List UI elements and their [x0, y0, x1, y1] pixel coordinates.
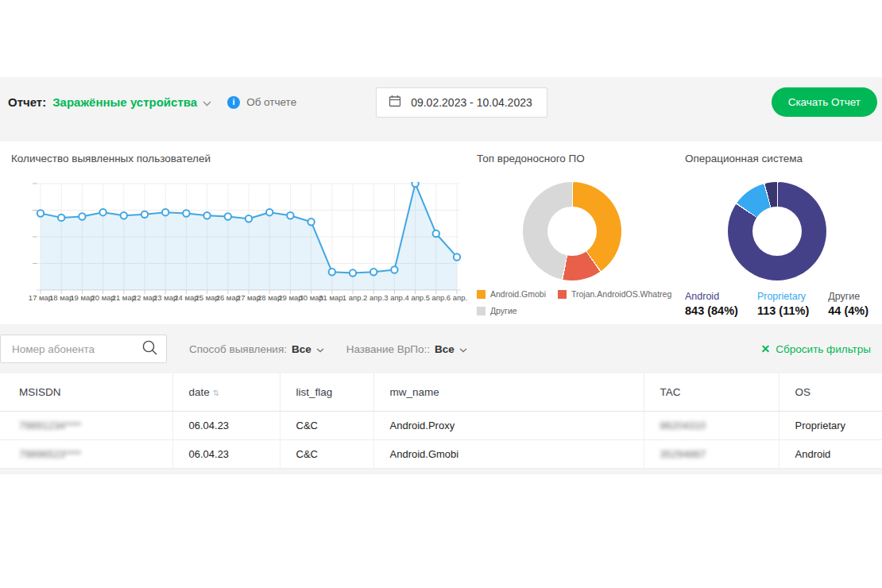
cell-os: Proprietary [779, 411, 882, 439]
calendar-icon [389, 95, 401, 110]
users-line-chart-section: Количество выявленных пользователей 17 м… [11, 141, 469, 324]
cell-date: 06.04.23 [172, 439, 280, 468]
infected-devices-table-card: MSISDN date⇅ list_flag mw_name TAC OS 79… [0, 373, 882, 469]
malware-name-filter[interactable]: Название ВрПо:: Все [346, 343, 467, 355]
malware-donut-title: Топ вредоносного ПО [477, 141, 672, 164]
top-whitespace [0, 0, 882, 77]
chevron-down-icon [316, 343, 324, 355]
cell-mw_name: Android.Gmobi [373, 439, 644, 468]
line-chart-title: Количество выявленных пользователей [11, 141, 469, 164]
cell-date: 06.04.23 [172, 411, 280, 439]
malware-name-label: Название ВрПо:: [346, 343, 430, 355]
reset-filters-label: Сбросить фильтры [776, 343, 871, 355]
legend-label: Trojan.AndroidOS.Whatreg [571, 289, 671, 299]
legend-item: Другие [477, 306, 545, 315]
legend-label: Android.Gmobi [490, 289, 546, 299]
os-stat-name: Android [685, 291, 738, 302]
search-icon[interactable] [141, 339, 158, 359]
os-donut-title: Операционная система [685, 141, 871, 164]
cell-msisdn: 79891234**** [0, 411, 172, 439]
download-report-button[interactable]: Скачать Отчет [772, 87, 877, 117]
cell-list_flag: C&C [280, 411, 373, 439]
report-name: Заражённые устройства [52, 95, 197, 109]
x-axis-label: 3 апр. [384, 293, 404, 302]
cell-tac: 35294867 [644, 439, 779, 468]
os-stat-name: Другие [828, 291, 868, 302]
about-report-link[interactable]: i Об отчете [227, 96, 296, 109]
table-row[interactable]: 79896523****06.04.23C&CAndroid.Gmobi3529… [0, 439, 882, 468]
column-header-tac[interactable]: TAC [644, 373, 779, 411]
filter-bar: Способ выявления: Все Название ВрПо:: Вс… [0, 324, 882, 373]
x-axis-label: 31 мар. [319, 293, 345, 302]
legend-swatch [477, 307, 485, 315]
report-select[interactable]: Заражённые устройства [52, 95, 211, 110]
x-axis-label: 5 апр. [426, 293, 447, 302]
report-header: Отчет: Заражённые устройства i Об отчете… [0, 77, 882, 127]
cell-tac: 86204310 [644, 411, 779, 439]
infected-devices-table: MSISDN date⇅ list_flag mw_name TAC OS 79… [0, 373, 882, 469]
legend-swatch [558, 290, 567, 299]
dashboard: Отчет: Заражённые устройства i Об отчете… [0, 77, 882, 474]
os-donut-stats: Android 843 (84%) Proprietary 113 (11%) … [685, 291, 871, 317]
malware-donut-section: Топ вредоносного ПО Android.Gmobi Trojan… [469, 141, 672, 324]
legend-item: Android.Gmobi [477, 289, 545, 299]
os-stat-value: 843 (84%) [685, 304, 738, 317]
subscriber-search-input[interactable] [10, 342, 141, 356]
date-range-picker[interactable]: 09.02.2023 - 10.04.2023 [376, 87, 547, 118]
cell-mw_name: Android.Proxy [373, 411, 644, 439]
close-icon: ✕ [761, 342, 771, 355]
os-donut-section: Операционная система Android 843 (84%) P… [672, 141, 871, 324]
column-header-mw-name[interactable]: mw_name [373, 373, 644, 411]
os-stat: Другие 44 (4%) [828, 291, 868, 317]
table-row[interactable]: 79891234****06.04.23C&CAndroid.Proxy8620… [0, 411, 882, 439]
legend-swatch [477, 290, 485, 299]
os-stat: Android 843 (84%) [685, 291, 738, 317]
users-line-chart[interactable]: 17 мар18 мар19 мар20 мар21 мар22 мар23 м… [32, 182, 469, 306]
cell-list_flag: C&C [280, 439, 373, 468]
x-axis-label: 4 апр. [404, 293, 425, 302]
about-report-label: Об отчете [246, 96, 296, 108]
sort-icon[interactable]: ⇅ [213, 389, 219, 397]
x-axis-label: 1 апр. [342, 293, 363, 302]
x-axis-label: 2 апр. [363, 293, 384, 302]
column-header-date[interactable]: date⇅ [172, 373, 280, 411]
table-header-row: MSISDN date⇅ list_flag mw_name TAC OS [0, 373, 882, 411]
os-stat: Proprietary 113 (11%) [757, 291, 809, 317]
os-stat-name: Proprietary [757, 291, 809, 302]
cell-os: Android [779, 439, 882, 468]
reset-filters-button[interactable]: ✕ Сбросить фильтры [761, 342, 871, 355]
date-range-value: 09.02.2023 - 10.04.2023 [411, 96, 532, 109]
info-icon: i [227, 96, 240, 109]
detection-method-value: Все [292, 343, 311, 355]
os-donut-chart[interactable] [728, 182, 826, 280]
legend-item: Trojan.AndroidOS.Whatreg [558, 289, 672, 299]
column-header-list-flag[interactable]: list_flag [280, 373, 373, 411]
subscriber-search-box[interactable] [0, 335, 167, 363]
malware-donut-legend: Android.Gmobi Trojan.AndroidOS.Whatreg Д… [477, 289, 672, 315]
chevron-down-icon [203, 95, 211, 110]
detection-method-filter[interactable]: Способ выявления: Все [189, 343, 324, 355]
os-stat-value: 44 (4%) [828, 304, 868, 317]
malware-name-value: Все [435, 343, 455, 355]
malware-donut-chart[interactable] [523, 182, 621, 280]
chevron-down-icon [459, 343, 467, 355]
os-stat-value: 113 (11%) [757, 304, 809, 317]
x-axis-label: 6 апр. [447, 293, 467, 302]
charts-card: Количество выявленных пользователей 17 м… [0, 141, 882, 324]
report-label: Отчет: [8, 95, 46, 109]
column-header-os[interactable]: OS [779, 373, 882, 411]
legend-label: Другие [490, 306, 517, 315]
detection-method-label: Способ выявления: [189, 343, 287, 355]
column-header-msisdn[interactable]: MSISDN [0, 373, 172, 411]
cell-msisdn: 79896523**** [0, 439, 172, 468]
